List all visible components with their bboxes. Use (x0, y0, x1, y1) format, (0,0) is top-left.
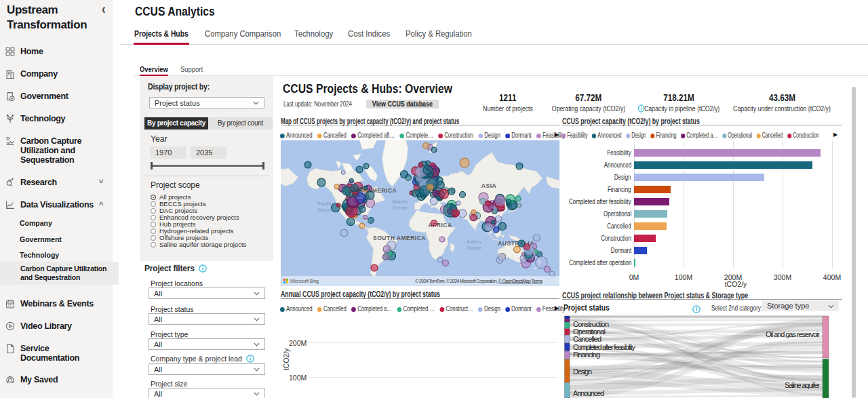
svg-text:Completed after feasibility: Completed after feasibility (573, 343, 636, 351)
svg-text:Cancelled: Cancelled (573, 335, 601, 343)
svg-text:Saline aquifer: Saline aquifer (785, 381, 820, 389)
svg-text:Design: Design (573, 367, 592, 376)
svg-text:Ocean: Ocean (467, 245, 481, 251)
svg-text:Announced: Announced (573, 389, 604, 397)
svg-text:SOUTH AMERICA: SOUTH AMERICA (373, 235, 426, 241)
svg-text:Pacific: Pacific (317, 201, 332, 207)
svg-text:© 2024 TomTom, © 2024 Microsof: © 2024 TomTom, © 2024 Microsoft Corporat… (415, 279, 543, 284)
svg-text:Ocean: Ocean (317, 207, 332, 213)
svg-text:Atlantic: Atlantic (392, 199, 409, 205)
svg-text:Indian: Indian (467, 239, 481, 245)
svg-text:Oil and gas reservoir: Oil and gas reservoir (766, 330, 820, 338)
svg-text:Ocean: Ocean (393, 205, 408, 211)
svg-text:Financing: Financing (573, 351, 600, 359)
svg-text:Microsoft Bing: Microsoft Bing (290, 279, 319, 284)
svg-text:ASIA: ASIA (481, 182, 496, 189)
